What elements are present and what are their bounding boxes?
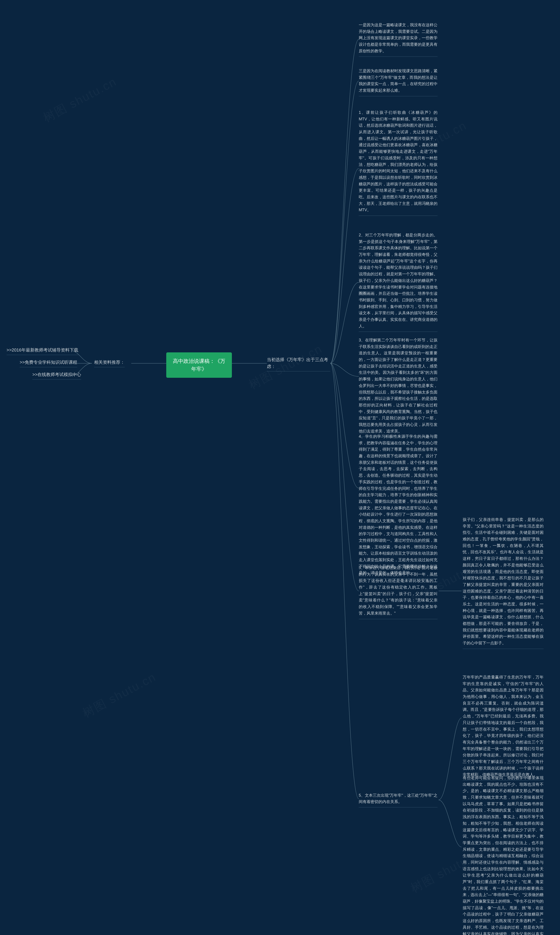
right-child-text: 4、学生的学习积极性来源于学生的兴趣与需求，把教学内容蕴涵在任务之中，学生的心理… — [359, 434, 437, 575]
mindmap-canvas: 树图 shutu.cn 树图 shutu.cn 树图 shutu.cn 树图 s… — [0, 0, 560, 935]
left-branch-label-text: 相关资料推荐： — [94, 360, 125, 365]
right-child-8-sub-1[interactable]: 万年牢的产品质量赢得了生意的万年牢，万年牢的生意靠的是诚实，守信的"万年牢"的人… — [463, 674, 544, 781]
right-child-7-sub[interactable]: 孩子们，父亲连街串巷，提篮叫卖，是那么的辛苦。"父亲心里苦吗？"这是一种生活态度… — [463, 516, 544, 649]
watermark: 树图 shutu.cn — [40, 74, 120, 126]
right-child-text: 2、对三个万年牢的理解，都是分两步走的。第一步是抓这个句子本身来理解"万年牢"，… — [359, 233, 437, 328]
right-child-4[interactable]: 2、对三个万年牢的理解，都是分两步走的。第一步是抓这个句子本身来理解"万年牢"，… — [359, 232, 437, 332]
left-item-text: >>2016年最新教师考试辅导资料下载 — [6, 347, 78, 355]
right-child-1[interactable]: 一是因为这是一篇略读课文，我没有在这样公开的场合上略读课文，我需要尝试。二是因为… — [359, 22, 437, 57]
left-item[interactable]: >>免费专业学科知识试听课程 — [20, 359, 77, 368]
left-item-text: >>在线教师考试模拟中心 — [32, 371, 81, 379]
right-child-5[interactable]: 3、在理解第二个万年牢时有一个环节，让孩子联系生活实际谈谈自己看到的或听到的走正… — [359, 337, 437, 437]
right-child-7[interactable]: 5、本来在小练笔结束后，我们讨论"面对老板的行为，认真实在的父亲干了不到一年，虽… — [359, 565, 437, 619]
right-child-text: 5、文本三次出现"万年牢"，这三处"万年牢"之间有着密切的内在关系。 — [359, 793, 437, 804]
left-branch-label[interactable]: 相关资料推荐： — [94, 359, 125, 367]
right-child-8[interactable]: 5、文本三次出现"万年牢"，这三处"万年牢"之间有着密切的内在关系。 — [359, 792, 437, 807]
left-item[interactable]: >>2016年最新教师考试辅导资料下载 — [6, 347, 78, 356]
left-item-text: >>免费专业学科知识试听课程 — [20, 359, 77, 367]
right-child-6[interactable]: 4、学生的学习积极性来源于学生的兴趣与需求，把教学内容蕴涵在任务之中，学生的心理… — [359, 433, 437, 579]
right-child-sub-text: 万年牢的产品质量赢得了生意的万年牢，万年牢的生意靠的是诚实，守信的"万年牢"的人… — [463, 675, 544, 777]
right-branch-label[interactable]: 当初选择《万年牢》出于三点考虑： — [267, 356, 330, 371]
right-child-sub-text: 孩子们，父亲连街串巷，提篮叫卖，是那么的辛苦。"父亲心里苦吗？"这是一种生活态度… — [463, 518, 544, 645]
right-child-text: 一是因为这是一篇略读课文，我没有在这样公开的场合上略读课文，我需要尝试。二是因为… — [359, 23, 437, 53]
center-topic[interactable]: 高中政治说课稿：《万年牢》 — [166, 353, 232, 378]
right-child-sub-text: 有些老师可能会有疑问，你的教学中哪里体现出略读课文，我的观点也不少。坦陈也没有不… — [463, 776, 544, 935]
right-child-text: 1、课前让孩子们听歌曲《冰糖葫芦》的MTV，让他们有一种新鲜感。听又有图片说话，… — [359, 110, 437, 212]
right-child-text: 3、在理解第二个万年牢时有一个环节，让孩子联系生活实际谈谈自己看到的或听到的走正… — [359, 338, 437, 433]
right-child-2[interactable]: 三是因为在阅读教材时发现课文思路清晰，紧紧围绕三个"万年牢"做文章，而我的想法是… — [359, 68, 437, 96]
left-item[interactable]: >>在线教师考试模拟中心 — [32, 371, 81, 381]
right-branch-label-text: 当初选择《万年牢》出于三点考虑： — [267, 357, 328, 369]
right-child-8-sub-2[interactable]: 有些老师可能会有疑问，你的教学中哪里体现出略读课文，我的观点也不少。坦陈也没有不… — [463, 775, 544, 935]
right-child-text: 5、本来在小练笔结束后，我们讨论"面对老板的行为，认真实在的父亲干了不到一年，虽… — [359, 565, 437, 615]
center-title: 高中政治说课稿：《万年牢》 — [173, 358, 225, 372]
watermark: 树图 shutu.cn — [80, 669, 159, 721]
right-child-text: 三是因为在阅读教材时发现课文思路清晰，紧紧围绕三个"万年牢"做文章，而我的想法是… — [359, 69, 437, 92]
right-child-3[interactable]: 1、课前让孩子们听歌曲《冰糖葫芦》的MTV，让他们有一种新鲜感。听又有图片说话，… — [359, 109, 437, 216]
